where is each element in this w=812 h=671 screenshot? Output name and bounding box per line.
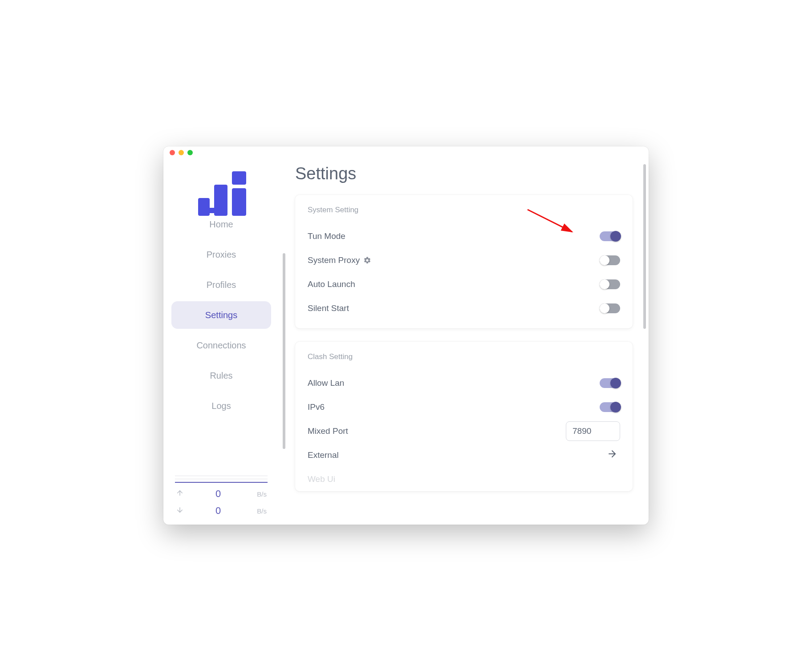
sidebar-item-proxies[interactable]: Proxies bbox=[171, 241, 271, 268]
sidebar-item-logs[interactable]: Logs bbox=[171, 392, 271, 420]
row-tun-mode: Tun Mode bbox=[308, 224, 620, 248]
clash-setting-card: Clash Setting Allow Lan IPv6 Mixed Port … bbox=[295, 342, 633, 491]
sidebar-item-rules[interactable]: Rules bbox=[171, 362, 271, 389]
row-external: External bbox=[308, 443, 620, 467]
sidebar-item-label: Logs bbox=[211, 401, 231, 411]
sidebar-item-connections[interactable]: Connections bbox=[171, 331, 271, 359]
row-allow-lan: Allow Lan bbox=[308, 371, 620, 395]
traffic-underline bbox=[175, 482, 268, 483]
row-label: System Proxy bbox=[308, 255, 371, 265]
row-web-ui: Web Ui bbox=[308, 467, 620, 491]
row-ipv6: IPv6 bbox=[308, 395, 620, 419]
upload-value: 0 bbox=[187, 488, 249, 500]
sidebar-item-home[interactable]: Home bbox=[171, 210, 271, 238]
page-title: Settings bbox=[295, 164, 633, 183]
app-window: Home Proxies Profiles Settings Connectio… bbox=[163, 146, 649, 525]
sidebar-item-label: Profiles bbox=[207, 280, 236, 290]
upload-unit: B/s bbox=[249, 490, 267, 498]
titlebar bbox=[163, 146, 649, 159]
download-unit: B/s bbox=[249, 507, 267, 515]
arrow-up-icon bbox=[176, 489, 187, 499]
row-label: IPv6 bbox=[308, 402, 325, 412]
allow-lan-toggle[interactable] bbox=[600, 378, 620, 388]
sidebar-item-label: Connections bbox=[196, 340, 246, 351]
row-label: Mixed Port bbox=[308, 426, 348, 436]
mixed-port-input[interactable] bbox=[566, 421, 620, 441]
main-content: Settings System Setting Tun Mode System … bbox=[279, 159, 649, 525]
auto-launch-toggle[interactable] bbox=[600, 279, 620, 289]
ipv6-toggle[interactable] bbox=[600, 402, 620, 412]
divider bbox=[175, 476, 268, 476]
row-auto-launch: Auto Launch bbox=[308, 272, 620, 296]
sidebar-item-label: Home bbox=[209, 219, 233, 230]
row-silent-start: Silent Start bbox=[308, 296, 620, 320]
sidebar: Home Proxies Profiles Settings Connectio… bbox=[163, 159, 279, 525]
row-label: Web Ui bbox=[308, 474, 335, 484]
sidebar-item-label: Rules bbox=[210, 371, 232, 381]
gear-icon[interactable] bbox=[363, 256, 371, 264]
traffic-upload-row: 0 B/s bbox=[175, 485, 268, 502]
row-label: External bbox=[308, 450, 339, 460]
window-close-button[interactable] bbox=[170, 150, 175, 155]
row-system-proxy: System Proxy bbox=[308, 248, 620, 272]
arrow-right-icon[interactable] bbox=[607, 449, 620, 462]
sidebar-item-label: Settings bbox=[205, 310, 237, 320]
system-proxy-label: System Proxy bbox=[308, 255, 360, 265]
window-minimize-button[interactable] bbox=[179, 150, 184, 155]
row-label: Auto Launch bbox=[308, 279, 355, 289]
system-proxy-toggle[interactable] bbox=[600, 255, 620, 265]
row-mixed-port: Mixed Port bbox=[308, 419, 620, 443]
row-label: Tun Mode bbox=[308, 231, 345, 241]
card-title: System Setting bbox=[308, 206, 620, 214]
row-label: Silent Start bbox=[308, 303, 349, 313]
sidebar-nav: Home Proxies Profiles Settings Connectio… bbox=[171, 218, 271, 420]
main-scrollbar[interactable] bbox=[643, 164, 646, 511]
card-title: Clash Setting bbox=[308, 352, 620, 361]
silent-start-toggle[interactable] bbox=[600, 303, 620, 313]
divider bbox=[175, 479, 268, 479]
sidebar-item-settings[interactable]: Settings bbox=[171, 301, 271, 329]
arrow-down-icon bbox=[176, 506, 187, 516]
window-zoom-button[interactable] bbox=[187, 150, 193, 155]
row-label: Allow Lan bbox=[308, 378, 344, 388]
sidebar-footer: 0 B/s 0 B/s bbox=[171, 469, 271, 525]
system-setting-card: System Setting Tun Mode System Proxy bbox=[295, 195, 633, 328]
svg-rect-2 bbox=[232, 171, 246, 185]
tun-mode-toggle[interactable] bbox=[600, 231, 620, 241]
download-value: 0 bbox=[187, 505, 249, 517]
traffic-download-row: 0 B/s bbox=[175, 502, 268, 519]
sidebar-item-profiles[interactable]: Profiles bbox=[171, 271, 271, 299]
sidebar-item-label: Proxies bbox=[207, 250, 236, 260]
